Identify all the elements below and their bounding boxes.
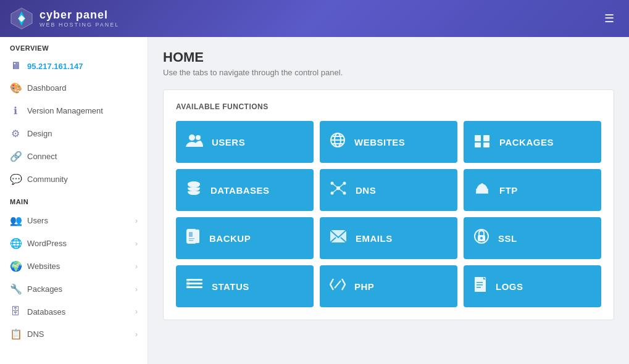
ip-label: 95.217.161.147	[27, 62, 83, 71]
svg-rect-33	[196, 230, 199, 243]
community-icon: 💬	[10, 173, 21, 185]
svg-rect-13	[475, 143, 481, 147]
function-php-button[interactable]: PHP	[320, 265, 457, 307]
function-packages-button[interactable]: PACKAGES	[464, 121, 601, 163]
page-subtitle: Use the tabs to navigate through the con…	[163, 68, 614, 77]
svg-rect-30	[189, 232, 193, 237]
svg-line-23	[332, 188, 338, 193]
function-users-button[interactable]: USERS	[176, 121, 314, 163]
emails-function-icon	[330, 230, 347, 247]
logo-icon	[10, 7, 33, 30]
main-content: HOME Use the tabs to navigate through th…	[148, 37, 629, 364]
svg-line-22	[338, 183, 344, 188]
sidebar-item-label: Dashboard	[27, 83, 67, 93]
svg-line-24	[338, 188, 344, 193]
svg-rect-49	[477, 287, 481, 288]
svg-line-21	[332, 183, 338, 188]
menu-toggle-button[interactable]: ☰	[599, 9, 619, 28]
function-databases-button[interactable]: DATABASES	[176, 169, 314, 211]
function-websites-button[interactable]: WEBSITES	[320, 121, 457, 163]
logo-text: cyber panel WEB HOSTING PANEL	[40, 9, 119, 28]
svg-rect-31	[189, 238, 194, 239]
svg-point-39	[480, 237, 483, 239]
emails-function-label: EMAILS	[356, 233, 393, 244]
websites-function-label: WEBSITES	[354, 137, 405, 147]
function-dns-button[interactable]: DNS	[320, 169, 457, 211]
sidebar-item-design[interactable]: ⚙ Design	[0, 122, 148, 145]
users-function-icon	[186, 133, 203, 151]
functions-grid: USERS WEBSITES	[176, 121, 601, 307]
svg-point-5	[196, 135, 201, 140]
chevron-right-icon: ›	[135, 307, 138, 316]
chevron-right-icon: ›	[135, 285, 138, 294]
function-backup-button[interactable]: BACKUP	[176, 217, 314, 259]
ssl-function-label: SSL	[498, 233, 517, 244]
databases-function-label: DATABASES	[210, 185, 270, 196]
dashboard-icon: 🎨	[10, 82, 21, 94]
function-logs-button[interactable]: LOGS	[464, 265, 601, 307]
sidebar-item-websites[interactable]: 🌍 Websites ›	[0, 255, 148, 278]
sidebar-item-label: Design	[27, 129, 52, 138]
main-section-label: MAIN	[0, 191, 148, 209]
logo-subtitle: WEB HOSTING PANEL	[40, 22, 119, 28]
chevron-right-icon: ›	[135, 262, 138, 271]
sidebar-item-dashboard[interactable]: 🎨 Dashboard	[0, 77, 148, 99]
database-icon: 🗄	[10, 306, 21, 317]
sidebar-item-label: WordPress	[27, 239, 67, 248]
function-ftp-button[interactable]: FTP	[464, 169, 601, 211]
sidebar-item-community[interactable]: 💬 Community	[0, 168, 148, 191]
sidebar-item-dns[interactable]: 📋 DNS ›	[0, 323, 148, 345]
svg-rect-48	[477, 284, 483, 286]
logs-function-icon	[473, 276, 487, 296]
dns-icon: 📋	[10, 328, 21, 340]
logo-area: cyber panel WEB HOSTING PANEL	[10, 7, 119, 30]
gear-icon: ⚙	[10, 128, 21, 139]
available-functions-label: AVAILABLE FUNCTIONS	[176, 102, 601, 111]
php-function-icon	[330, 278, 346, 295]
sidebar-item-version-management[interactable]: ℹ Version Management	[0, 99, 148, 122]
sidebar-item-label: Websites	[27, 262, 60, 271]
backup-function-icon	[186, 228, 201, 248]
svg-rect-32	[189, 240, 193, 241]
chevron-right-icon: ›	[135, 217, 138, 225]
users-icon: 👥	[10, 215, 21, 226]
sidebar-item-databases[interactable]: 🗄 Databases ›	[0, 300, 148, 323]
svg-rect-47	[477, 282, 483, 283]
sidebar-item-label: Databases	[27, 307, 65, 316]
sidebar-item-users[interactable]: 👥 Users ›	[0, 209, 148, 232]
databases-function-icon	[186, 180, 202, 200]
sidebar-ip-address[interactable]: 🖥 95.217.161.147	[0, 56, 148, 77]
chevron-right-icon: ›	[135, 239, 138, 248]
sidebar-item-label: Community	[27, 175, 68, 184]
svg-line-44	[335, 281, 341, 288]
sidebar-item-label: Packages	[27, 284, 62, 294]
users-function-label: USERS	[212, 137, 245, 147]
function-status-button[interactable]: STATUS	[176, 265, 314, 307]
function-emails-button[interactable]: EMAILS	[320, 217, 457, 259]
sidebar-item-label: Users	[27, 216, 48, 225]
page-title: HOME	[163, 49, 614, 65]
chevron-right-icon: ›	[135, 330, 138, 339]
wordpress-icon: 🌐	[10, 238, 21, 249]
function-ssl-button[interactable]: SSL	[464, 217, 601, 259]
svg-rect-11	[475, 135, 481, 141]
sidebar: OVERVIEW 🖥 95.217.161.147 🎨 Dashboard ℹ …	[0, 37, 148, 364]
ftp-function-icon	[473, 181, 491, 199]
functions-card: AVAILABLE FUNCTIONS USERS	[163, 89, 614, 320]
logo-title: cyber panel	[40, 9, 119, 22]
svg-rect-14	[483, 143, 489, 147]
packages-icon: 🔧	[10, 283, 21, 295]
logs-function-label: LOGS	[496, 281, 523, 292]
status-function-label: STATUS	[212, 281, 249, 292]
dns-function-icon	[330, 181, 347, 199]
sidebar-item-packages[interactable]: 🔧 Packages ›	[0, 278, 148, 300]
sidebar-item-connect[interactable]: 🔗 Connect	[0, 145, 148, 168]
dns-function-label: DNS	[356, 185, 376, 196]
sidebar-item-wordpress[interactable]: 🌐 WordPress ›	[0, 232, 148, 255]
packages-function-label: PACKAGES	[499, 137, 554, 147]
websites-icon: 🌍	[10, 260, 21, 272]
packages-function-icon	[473, 133, 491, 151]
ftp-function-label: FTP	[499, 185, 518, 196]
monitor-icon: 🖥	[10, 60, 21, 72]
status-function-icon	[186, 278, 203, 295]
